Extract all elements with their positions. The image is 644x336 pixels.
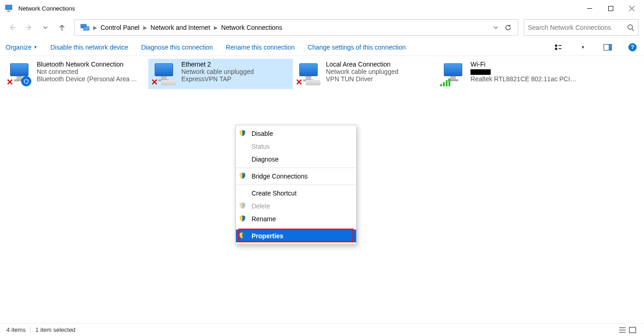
menu-properties[interactable]: Properties <box>236 230 356 242</box>
cable-icon <box>161 80 176 85</box>
connection-lan[interactable]: ✕ Local Area Connection Network cable un… <box>293 59 437 89</box>
address-bar[interactable]: ▶ Control Panel ▶ Network and Internet ▶… <box>74 19 518 36</box>
breadcrumb-mid[interactable]: Network and Internet <box>148 22 213 33</box>
breadcrumb-root[interactable]: Control Panel <box>98 22 142 33</box>
network-icon: ✕ ⌬ <box>6 61 33 86</box>
connection-name: Wi-Fi <box>470 61 579 68</box>
search-input[interactable] <box>528 24 627 31</box>
address-history-dropdown[interactable] <box>490 25 501 30</box>
menu-rename[interactable]: Rename <box>236 213 356 225</box>
connection-wifi[interactable]: Wi-Fi Realtek RTL8821CE 802.11ac PCIe ..… <box>437 59 582 89</box>
rename-link[interactable]: Rename this connection <box>226 44 295 51</box>
menu-status: Status <box>236 140 356 153</box>
connection-status: Network cable unplugged <box>326 68 435 75</box>
connection-status: Network cable unplugged <box>181 68 290 75</box>
menu-separator <box>236 185 356 185</box>
cable-icon <box>306 80 320 85</box>
help-button[interactable]: ? <box>627 43 638 51</box>
connection-name: Local Area Connection <box>326 61 435 68</box>
command-bar: Organize ▼ Disable this network device D… <box>0 39 644 56</box>
details-view-button[interactable] <box>617 327 627 333</box>
recent-dropdown[interactable] <box>39 21 52 34</box>
title-bar: Network Connections <box>0 0 644 17</box>
address-icon <box>78 21 92 34</box>
organize-menu[interactable]: Organize ▼ <box>6 44 38 51</box>
menu-delete: Delete <box>236 200 356 213</box>
breadcrumb-leaf[interactable]: Network Connections <box>218 22 285 33</box>
menu-separator <box>236 168 356 168</box>
network-icon: ✕ <box>151 61 178 86</box>
error-x-icon: ✕ <box>151 79 158 86</box>
network-icon <box>440 61 467 86</box>
view-options-button[interactable] <box>552 44 564 51</box>
svg-rect-1 <box>8 10 10 11</box>
shield-icon <box>239 172 247 180</box>
menu-disable[interactable]: Disable <box>236 127 356 140</box>
shield-icon <box>239 202 247 210</box>
connection-device: ExpressVPN TAP <box>181 75 290 83</box>
maximize-button[interactable] <box>600 1 621 16</box>
item-count: 4 items <box>6 326 26 333</box>
shield-icon <box>239 129 247 138</box>
svg-line-13 <box>632 29 634 31</box>
large-icons-view-button[interactable] <box>627 327 638 333</box>
connection-bluetooth[interactable]: ✕ ⌬ Bluetooth Network Connection Not con… <box>4 59 148 89</box>
svg-rect-11 <box>84 27 89 30</box>
refresh-button[interactable] <box>501 24 515 31</box>
svg-rect-4 <box>608 6 613 11</box>
connection-status: Not connected <box>37 68 146 75</box>
menu-separator <box>236 227 356 228</box>
chevron-right-icon[interactable]: ▶ <box>142 25 148 31</box>
svg-rect-0 <box>6 5 12 10</box>
connection-device: Realtek RTL8821CE 802.11ac PCIe ... <box>470 75 579 83</box>
connection-ethernet2[interactable]: ✕ Ethernet 2 Network cable unplugged Exp… <box>148 59 293 89</box>
window-title: Network Connections <box>18 5 75 12</box>
preview-pane-button[interactable] <box>602 44 614 50</box>
wifi-signal-icon <box>440 78 450 86</box>
status-bar: 4 items 1 item selected <box>0 323 644 336</box>
connection-name: Ethernet 2 <box>181 61 290 68</box>
svg-rect-15 <box>555 48 557 50</box>
menu-diagnose[interactable]: Diagnose <box>236 153 356 166</box>
diagnose-link[interactable]: Diagnose this connection <box>141 44 213 51</box>
connection-status <box>470 68 579 75</box>
error-x-icon: ✕ <box>6 79 14 86</box>
back-button[interactable] <box>6 21 19 34</box>
close-button[interactable] <box>621 1 642 16</box>
minimize-button[interactable] <box>579 1 600 16</box>
svg-rect-2 <box>7 11 11 12</box>
connection-device: Bluetooth Device (Personal Area ... <box>37 75 146 83</box>
search-box[interactable] <box>524 19 638 36</box>
svg-rect-19 <box>609 44 612 50</box>
network-icon: ✕ <box>296 61 322 86</box>
redacted-ssid <box>470 69 491 75</box>
error-x-icon: ✕ <box>296 79 303 86</box>
search-icon[interactable] <box>627 24 634 31</box>
chevron-right-icon[interactable]: ▶ <box>213 25 218 31</box>
app-icon <box>5 4 14 13</box>
connections-list: ✕ ⌬ Bluetooth Network Connection Not con… <box>0 56 644 92</box>
connection-name: Bluetooth Network Connection <box>37 61 146 68</box>
chevron-down-icon: ▼ <box>34 45 38 50</box>
forward-button[interactable] <box>22 21 36 34</box>
disable-device-link[interactable]: Disable this network device <box>50 44 129 51</box>
menu-bridge[interactable]: Bridge Connections <box>236 170 356 183</box>
view-dropdown[interactable]: ▼ <box>577 45 589 50</box>
bluetooth-icon: ⌬ <box>21 76 31 86</box>
connection-device: VPN TUN Driver <box>326 75 435 83</box>
shield-icon <box>239 215 247 223</box>
nav-bar: ▶ Control Panel ▶ Network and Internet ▶… <box>0 17 644 39</box>
svg-rect-23 <box>629 327 636 333</box>
up-button[interactable] <box>55 21 69 34</box>
chevron-right-icon[interactable]: ▶ <box>92 25 98 31</box>
change-settings-link[interactable]: Change settings of this connection <box>308 44 406 51</box>
item-selected: 1 item selected <box>35 326 75 333</box>
context-menu: Disable Status Diagnose Bridge Connectio… <box>235 125 357 245</box>
menu-create-shortcut[interactable]: Create Shortcut <box>236 187 356 200</box>
svg-rect-14 <box>555 45 557 47</box>
svg-point-12 <box>628 25 633 29</box>
shield-icon <box>239 232 247 240</box>
